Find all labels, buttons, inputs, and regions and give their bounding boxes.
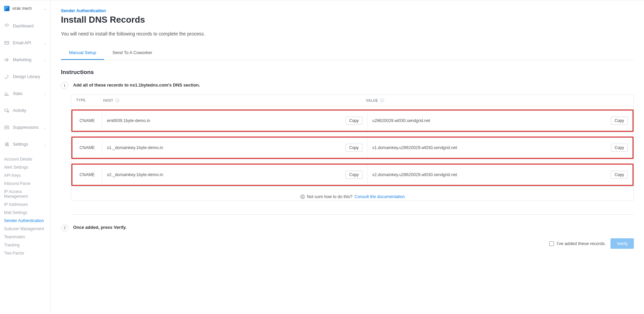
sidebar-item-label: Settings (13, 142, 28, 147)
copy-host-button[interactable]: Copy (346, 171, 362, 179)
sliders-icon (4, 142, 9, 147)
mail-block-icon (4, 125, 9, 130)
palette-icon (4, 74, 9, 79)
account-name: virak mech (12, 6, 41, 11)
sidebar-item-marketing[interactable]: Marketing ⌄ (0, 54, 50, 66)
svg-point-4 (7, 143, 8, 144)
table-header: TYPE HOST i VALUE i (71, 95, 634, 106)
record-host: s2._domainkey.1byte-demo.in (107, 172, 163, 177)
sidebar-item-activity[interactable]: Activity (0, 104, 50, 117)
col-host: HOST i (103, 98, 366, 102)
subnav-mail-settings[interactable]: Mail Settings (4, 209, 46, 217)
page-lead: You will need to install the following r… (61, 31, 634, 37)
help-row: Not sure how to do this? Consult the doc… (71, 189, 634, 200)
tabs: Manual Setup Send To A Coworker (61, 46, 634, 60)
sidebar-item-email-api[interactable]: Email API ⌄ (0, 37, 50, 49)
sidebar-item-label: Marketing (13, 57, 31, 62)
page-title: Install DNS Records (61, 15, 634, 25)
mail-icon (4, 40, 9, 46)
gauge-icon (4, 23, 9, 29)
svg-point-7 (302, 196, 303, 197)
breadcrumb[interactable]: Sender Authentication (61, 8, 634, 13)
sidebar-item-label: Design Library (13, 74, 40, 79)
step-2: 2 Once added, press Verify. (61, 225, 634, 232)
tab-manual-setup[interactable]: Manual Setup (61, 46, 104, 60)
copy-value-button[interactable]: Copy (611, 144, 628, 152)
sidebar-item-label: Email API (13, 41, 31, 45)
sidebar-item-suppressions[interactable]: Suppressions ⌄ (0, 121, 50, 134)
tab-send-coworker[interactable]: Send To A Coworker (104, 46, 160, 60)
chevron-down-icon: ⌄ (44, 58, 46, 62)
subnav-subuser[interactable]: Subuser Management (4, 225, 46, 233)
record-host: s1._domainkey.1byte-demo.in (107, 145, 163, 150)
main-content: Sender Authentication Install DNS Record… (51, 0, 644, 314)
settings-subnav: Account Details Alert Settings API Keys … (0, 155, 50, 257)
table-row: CNAME s2._domainkey.1byte-demo.in Copy s… (71, 164, 634, 186)
copy-value-button[interactable]: Copy (611, 171, 628, 179)
step-1-text: Add all of these records to ns1.1bytedns… (73, 82, 200, 88)
sidebar-item-label: Activity (13, 108, 26, 113)
svg-point-5 (6, 144, 7, 145)
step-number: 1 (61, 82, 68, 89)
col-value: VALUE i (366, 98, 629, 102)
subnav-ip-addresses[interactable]: IP Addresses (4, 200, 46, 209)
sidebar: virak mech ⌄ Dashboard Email API ⌄ (0, 0, 51, 314)
records-added-checkbox[interactable]: I've added these records. (549, 241, 606, 246)
checkbox-label: I've added these records. (557, 241, 606, 246)
subnav-alert-settings[interactable]: Alert Settings (4, 163, 46, 171)
copy-host-button[interactable]: Copy (346, 117, 362, 125)
chevron-down-icon: ⌄ (44, 126, 46, 129)
copy-value-button[interactable]: Copy (611, 117, 628, 125)
subnav-tracking[interactable]: Tracking (4, 241, 46, 249)
info-icon[interactable]: i (380, 98, 384, 102)
checkbox-input[interactable] (549, 241, 554, 246)
subnav-two-factor[interactable]: Two-Factor (4, 249, 46, 257)
record-value: u28620029.wl030.sendgrid.net (372, 118, 430, 123)
sidebar-item-stats[interactable]: Stats ⌄ (0, 88, 50, 100)
step-number: 2 (61, 224, 68, 232)
subnav-inbound-parse[interactable]: Inbound Parse (4, 179, 46, 188)
subnav-account-details[interactable]: Account Details (4, 155, 46, 163)
record-value: s1.domainkey.u28620029.wl030.sendgrid.ne… (372, 145, 457, 150)
record-host: em6939.1byte-demo.in (107, 118, 150, 123)
svg-rect-1 (5, 109, 8, 111)
verify-button[interactable]: Verify (610, 238, 634, 249)
primary-nav: Dashboard Email API ⌄ Marketing ⌄ (0, 20, 50, 257)
chevron-down-icon: ⌄ (44, 92, 46, 96)
col-type: TYPE (76, 98, 103, 102)
help-text: Not sure how to do this? (307, 194, 353, 199)
megaphone-icon (4, 57, 9, 63)
gear-icon (300, 194, 305, 199)
brand-logo-icon (4, 6, 9, 11)
record-type: CNAME (72, 166, 102, 183)
sidebar-item-label: Dashboard (13, 24, 34, 28)
dns-records-table: TYPE HOST i VALUE i CNAME em6939.1byte-d… (71, 95, 634, 201)
table-row: CNAME em6939.1byte-demo.in Copy u2862002… (71, 110, 634, 132)
sidebar-item-dashboard[interactable]: Dashboard (0, 20, 50, 32)
sidebar-item-settings[interactable]: Settings ⌄ (0, 138, 50, 150)
chevron-down-icon: ⌄ (44, 7, 46, 10)
step-2-text: Once added, press Verify. (73, 225, 127, 230)
account-switcher[interactable]: virak mech ⌄ (0, 3, 50, 14)
chevron-down-icon: ⌄ (44, 41, 46, 45)
instructions-heading: Instructions (61, 69, 634, 76)
subnav-api-keys[interactable]: API Keys (4, 171, 46, 179)
record-type: CNAME (72, 139, 102, 156)
record-value: s2.domainkey.u28620029.wl030.sendgrid.ne… (372, 172, 457, 177)
subnav-teammates[interactable]: Teammates (4, 233, 46, 241)
step-1: 1 Add all of these records to ns1.1byted… (61, 82, 634, 89)
sidebar-item-label: Stats (13, 91, 23, 96)
verify-row: I've added these records. Verify (71, 238, 634, 249)
copy-host-button[interactable]: Copy (346, 144, 362, 152)
table-row: CNAME s1._domainkey.1byte-demo.in Copy s… (71, 137, 634, 159)
subnav-ip-access[interactable]: IP Access Management (4, 188, 46, 200)
info-icon[interactable]: i (115, 98, 119, 102)
chevron-down-icon: ⌄ (44, 143, 46, 146)
bar-chart-icon (4, 91, 9, 96)
divider (71, 214, 634, 215)
help-link[interactable]: Consult the documentation (355, 194, 405, 199)
subnav-sender-auth[interactable]: Sender Authentication (4, 217, 46, 225)
mail-search-icon (4, 108, 9, 113)
record-type: CNAME (72, 112, 102, 129)
sidebar-item-design-library[interactable]: Design Library (0, 71, 50, 83)
